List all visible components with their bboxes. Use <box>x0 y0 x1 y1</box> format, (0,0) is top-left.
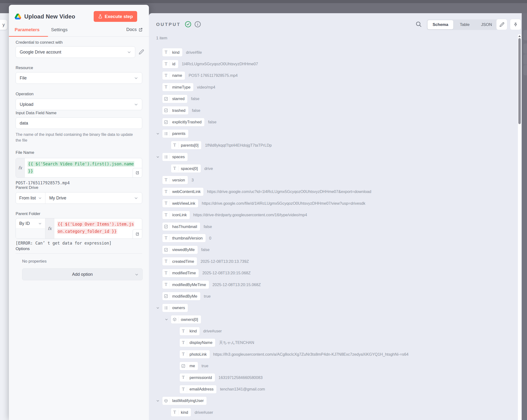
expression-line: on.category_folder_id }} <box>57 229 117 234</box>
schema-value: false <box>208 120 216 124</box>
execute-step-button[interactable]: Execute step <box>94 11 137 22</box>
schema-row: owners[0] <box>149 314 516 325</box>
parent-folder-error: [ERROR: Can’ t get data for expression] <box>16 241 111 245</box>
parent-drive-mode-select[interactable]: From list <box>16 192 45 203</box>
operation-select[interactable]: Upload <box>16 99 142 110</box>
schema-row: TmodifiedTime2025-12-08T13:20:15.068Z <box>149 267 516 279</box>
expression-code[interactable]: {{ $('Search Video File').first().json.n… <box>25 158 142 177</box>
schema-key: createdTime <box>170 259 197 264</box>
schema-key-pill[interactable]: trashed <box>162 106 188 115</box>
schema-key-pill[interactable]: Tparents[0] <box>171 141 201 149</box>
schema-key-pill[interactable]: TmodifiedByMeTime <box>162 281 209 289</box>
schema-key: kind <box>187 329 200 333</box>
schema-value: 0 <box>209 236 211 241</box>
schema-key-pill[interactable]: TdisplayName <box>180 339 215 347</box>
schema-key: lastModifyingUser <box>170 399 207 403</box>
schema-key-pill[interactable]: spaces <box>162 153 187 161</box>
schema-key-pill[interactable]: lastModifyingUser <box>162 397 207 405</box>
view-tab-schema[interactable]: Schema <box>428 20 453 29</box>
top-navbar <box>0 0 527 3</box>
parent-drive-select[interactable]: My Drive <box>45 192 142 203</box>
schema-key-pill[interactable]: TmimeType <box>162 83 193 91</box>
schema-key-pill[interactable]: Tkind <box>180 327 200 335</box>
schema-value: 16319712584660580083 <box>219 375 263 380</box>
schema-key: emailAddress <box>187 387 216 391</box>
schema-key-pill[interactable]: Tkind <box>162 48 182 56</box>
expression-code[interactable]: {{ $('Loop Over Items').item.js on.categ… <box>54 218 142 239</box>
info-icon[interactable] <box>194 21 201 28</box>
open-expression-editor-icon[interactable] <box>132 229 142 239</box>
schema-key-pill[interactable]: explicitlyTrashed <box>162 118 204 126</box>
schema-key: parents[0] <box>178 143 201 147</box>
view-tab-json[interactable]: JSON <box>476 20 497 29</box>
schema-key-pill[interactable]: starred <box>162 95 187 103</box>
schema-value: true <box>204 294 211 299</box>
schema-key-pill[interactable]: TmodifiedTime <box>162 269 199 277</box>
schema-key-pill[interactable]: modifiedByMe <box>162 292 200 300</box>
schema-value: POST-1765117928575.mp4 <box>188 73 238 78</box>
collapse-chevron-icon[interactable] <box>156 306 159 310</box>
schema-value: 1fNld8ykqqtTtpt44EHdojgT7taTPrLDp <box>205 143 272 147</box>
scrollbar[interactable] <box>518 34 521 420</box>
schema-row: Tversion3 <box>149 174 516 186</box>
credential-select[interactable]: Google Drive account <box>16 46 135 58</box>
pin-data-button[interactable] <box>510 19 521 30</box>
collapse-chevron-icon[interactable] <box>156 399 159 402</box>
view-tab-table[interactable]: Table <box>455 20 475 29</box>
collapse-chevron-icon[interactable] <box>156 132 159 135</box>
schema-key-pill[interactable]: TcreatedTime <box>162 257 197 265</box>
schema-key-pill[interactable]: TwebContentLink <box>162 188 203 196</box>
active-tab-underline <box>9 36 48 37</box>
collapse-chevron-icon[interactable] <box>156 155 159 159</box>
schema-row: TmimeTypevideo/mp4 <box>149 81 516 93</box>
google-drive-icon <box>15 14 21 20</box>
open-expression-editor-icon[interactable] <box>132 168 142 177</box>
schema-row: TiconLinkhttps://drive-thirdparty.google… <box>149 209 516 220</box>
schema-key-pill[interactable]: TthumbnailVersion <box>162 234 206 242</box>
schema-key-pill[interactable]: hasThumbnail <box>162 222 200 231</box>
schema-key-pill[interactable]: parents <box>162 130 188 138</box>
object-type-icon <box>171 317 178 322</box>
file-name-expression[interactable]: fx {{ $('Search Video File').first().jso… <box>16 158 142 178</box>
tab-settings[interactable]: Settings <box>51 27 68 32</box>
resource-label: Resource <box>16 65 33 70</box>
schema-key-pill[interactable]: Tid <box>162 60 178 68</box>
string-type-icon: T <box>162 282 170 287</box>
schema-key-pill[interactable]: Tname <box>162 72 185 80</box>
schema-key-pill[interactable]: TwebViewLink <box>162 199 198 207</box>
schema-key-pill[interactable]: viewedByMe <box>162 246 198 254</box>
schema-key-pill[interactable]: owners[0] <box>171 315 201 324</box>
schema-key: modifiedByMe <box>170 294 200 299</box>
schema-key-pill[interactable]: owners <box>162 304 188 312</box>
schema-key-pill[interactable]: TiconLink <box>162 211 190 219</box>
schema-value: false <box>191 96 199 101</box>
view-switcher: SchemaTableJSON <box>427 20 498 30</box>
external-link-icon <box>139 28 143 32</box>
parent-folder-mode-select[interactable]: By ID <box>16 218 45 229</box>
resource-select[interactable]: File <box>16 72 142 84</box>
scrollbar-thumb[interactable] <box>518 38 521 124</box>
schema-key-pill[interactable]: Tversion <box>162 176 188 184</box>
string-type-icon: T <box>180 352 187 357</box>
string-type-icon: T <box>162 73 170 78</box>
tab-parameters[interactable]: Parameters <box>15 27 40 32</box>
schema-key-pill[interactable]: TpermissionId <box>180 373 215 382</box>
search-icon[interactable] <box>415 21 422 29</box>
rail-button[interactable]: y <box>0 20 7 30</box>
expression-line: {{ $('Loop Over Items').item.js <box>57 221 134 227</box>
edit-credential-icon[interactable] <box>139 49 144 56</box>
collapse-chevron-icon[interactable] <box>165 318 168 321</box>
schema-key-pill[interactable]: Tspaces[0] <box>171 164 201 173</box>
schema-key-pill[interactable]: Tkind <box>171 408 191 416</box>
execute-step-label: Execute step <box>105 14 133 19</box>
docs-link[interactable]: Docs <box>126 27 143 32</box>
schema-key-pill[interactable]: me <box>180 362 198 370</box>
schema-row: TphotoLinkhttps://lh3.googleusercontent.… <box>149 348 516 360</box>
edit-output-button[interactable] <box>496 19 507 30</box>
scrollbar-up-arrow[interactable] <box>518 35 521 37</box>
string-type-icon: T <box>171 410 178 415</box>
schema-key-pill[interactable]: TphotoLink <box>180 350 210 358</box>
add-option-button[interactable]: Add option <box>22 268 143 280</box>
schema-key-pill[interactable]: TemailAddress <box>180 385 216 393</box>
input-data-field-input[interactable]: data <box>16 117 142 129</box>
